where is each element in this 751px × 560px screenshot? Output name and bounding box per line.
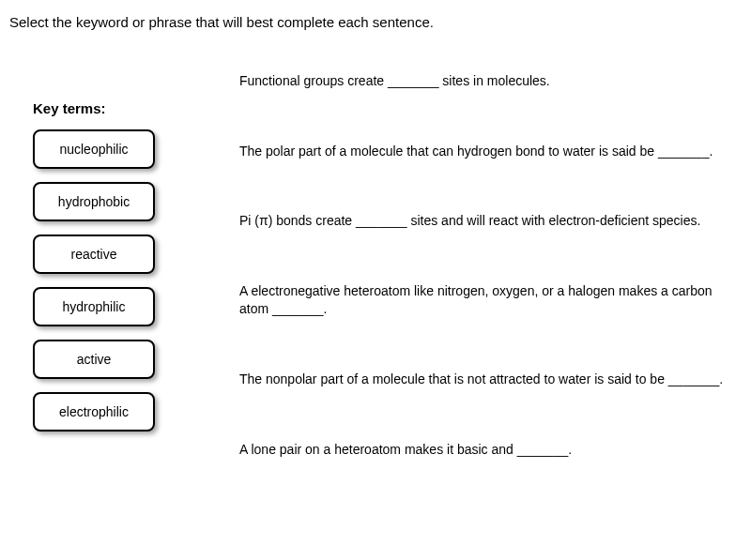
term-reactive[interactable]: reactive [33, 235, 155, 274]
sentence-3[interactable]: Pi (π) bonds create _______ sites and wi… [239, 212, 732, 231]
sentence-2[interactable]: The polar part of a molecule that can hy… [239, 143, 732, 161]
term-hydrophobic[interactable]: hydrophobic [33, 182, 155, 221]
sentence-5[interactable]: The nonpolar part of a molecule that is … [239, 371, 732, 389]
sentence-4[interactable]: A electronegative heteroatom like nitrog… [239, 282, 732, 319]
sentences-panel: Functional groups create _______ sites i… [239, 63, 742, 510]
instruction-text: Select the keyword or phrase that will b… [9, 14, 742, 30]
term-hydrophilic[interactable]: hydrophilic [33, 287, 155, 326]
term-nucleophilic[interactable]: nucleophilic [33, 129, 155, 169]
key-terms-heading: Key terms: [33, 100, 183, 116]
term-active[interactable]: active [33, 340, 155, 379]
key-terms-panel: Key terms: nucleophilic hydrophobic reac… [33, 100, 183, 510]
content-area: Key terms: nucleophilic hydrophobic reac… [9, 63, 742, 510]
sentence-6[interactable]: A lone pair on a heteroatom makes it bas… [239, 441, 732, 460]
term-electrophilic[interactable]: electrophilic [33, 392, 155, 431]
sentence-1[interactable]: Functional groups create _______ sites i… [239, 72, 732, 91]
